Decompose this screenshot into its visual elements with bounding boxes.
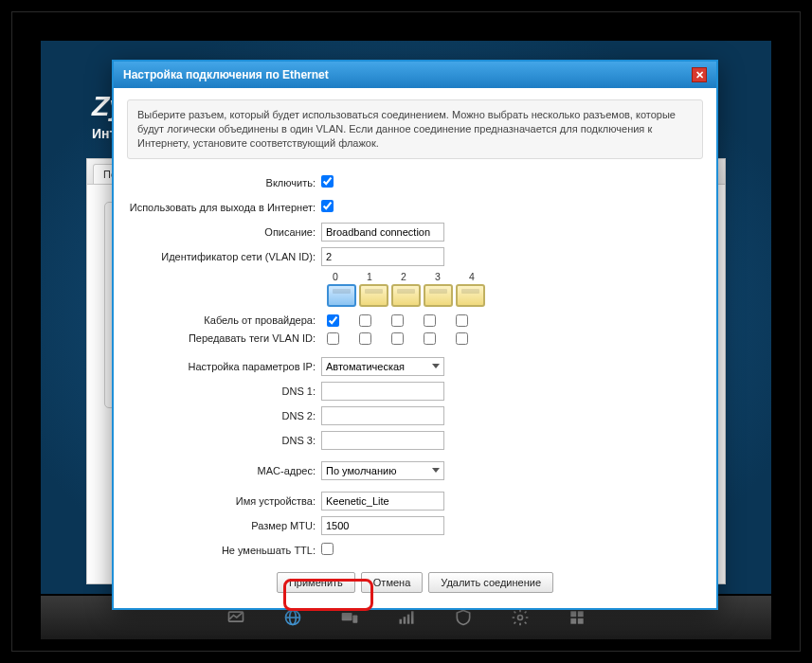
svg-rect-10 [570,611,576,617]
svg-rect-11 [577,611,583,617]
port-selector [327,284,703,307]
apply-button[interactable]: Применить [277,572,355,593]
input-vlan[interactable] [321,247,444,266]
port-number-labels: 0 1 2 3 4 [327,271,703,282]
label-device: Имя устройства: [127,495,321,507]
input-description[interactable] [321,223,444,242]
modal-titlebar: Настройка подключения по Ethernet ✕ [114,62,716,88]
input-dns3[interactable] [321,431,444,450]
svg-point-9 [517,616,522,620]
shield-icon[interactable] [454,608,473,627]
port-2[interactable] [391,284,421,307]
monitor-icon[interactable] [226,608,245,627]
delete-connection-button[interactable]: Удалить соединение [428,572,553,593]
provider-cable-1[interactable] [359,314,371,327]
provider-cable-4[interactable] [456,314,468,327]
label-mac: MAC-адрес: [127,465,321,476]
svg-rect-12 [570,618,576,624]
cancel-button[interactable]: Отмена [361,572,423,593]
vlan-tag-3[interactable] [424,332,436,345]
port-0[interactable] [327,284,356,307]
label-description: Описание: [127,226,321,238]
apps-icon[interactable] [568,608,586,627]
checkbox-ttl[interactable] [321,543,334,555]
select-ip-config[interactable]: Автоматическая [321,357,444,376]
port-1[interactable] [359,284,388,307]
provider-cable-2[interactable] [391,314,404,327]
label-ip-config: Настройка параметров IP: [127,361,321,372]
select-mac[interactable]: По умолчанию [321,461,444,480]
globe-icon[interactable] [283,608,302,627]
label-ttl: Не уменьшать TTL: [127,545,321,556]
devices-icon[interactable] [340,608,359,627]
app-frame: ZyX Интерн Подкл Сое, Сое нео нас ука Ин… [11,11,801,652]
svg-rect-13 [577,618,583,624]
provider-cable-3[interactable] [424,314,436,327]
label-dns2: DNS 2: [127,410,321,421]
vlan-tag-4[interactable] [456,332,468,345]
svg-rect-5 [399,619,402,624]
label-vlan: Идентификатор сети (VLAN ID): [127,251,321,262]
svg-rect-8 [411,611,414,623]
modal-body: Выберите разъем, который будет использов… [114,88,716,608]
input-mtu[interactable] [321,516,444,535]
checkbox-internet[interactable] [321,200,334,212]
close-icon[interactable]: ✕ [692,67,707,82]
provider-cable-0[interactable] [327,314,339,327]
input-dns1[interactable] [321,382,444,401]
label-dns3: DNS 3: [127,435,321,446]
svg-rect-7 [406,615,409,624]
vlan-tag-2[interactable] [391,332,404,345]
checkbox-enable[interactable] [321,175,334,188]
label-mtu: Размер MTU: [127,520,321,531]
label-vlan-tags: Передавать теги VLAN ID: [127,332,321,344]
gear-icon[interactable] [511,608,530,627]
svg-rect-3 [341,613,352,620]
ethernet-settings-modal: Настройка подключения по Ethernet ✕ Выбе… [112,60,718,610]
port-4[interactable] [456,284,485,307]
input-device[interactable] [321,492,444,511]
label-enable: Включить: [127,177,321,188]
modal-title-text: Настройка подключения по Ethernet [123,68,329,81]
info-note: Выберите разъем, который будет использов… [127,99,703,159]
svg-rect-6 [403,617,406,624]
modal-buttons: Применить Отмена Удалить соединение [127,572,703,593]
vlan-tag-1[interactable] [359,332,371,345]
signal-icon[interactable] [397,608,416,627]
input-dns2[interactable] [321,406,444,425]
label-internet: Использовать для выхода в Интернет: [127,202,321,213]
vlan-tag-0[interactable] [327,332,339,345]
svg-rect-4 [352,616,357,623]
label-dns1: DNS 1: [127,385,321,397]
port-3[interactable] [424,284,453,307]
label-provider-cable: Кабель от провайдера: [127,314,321,326]
